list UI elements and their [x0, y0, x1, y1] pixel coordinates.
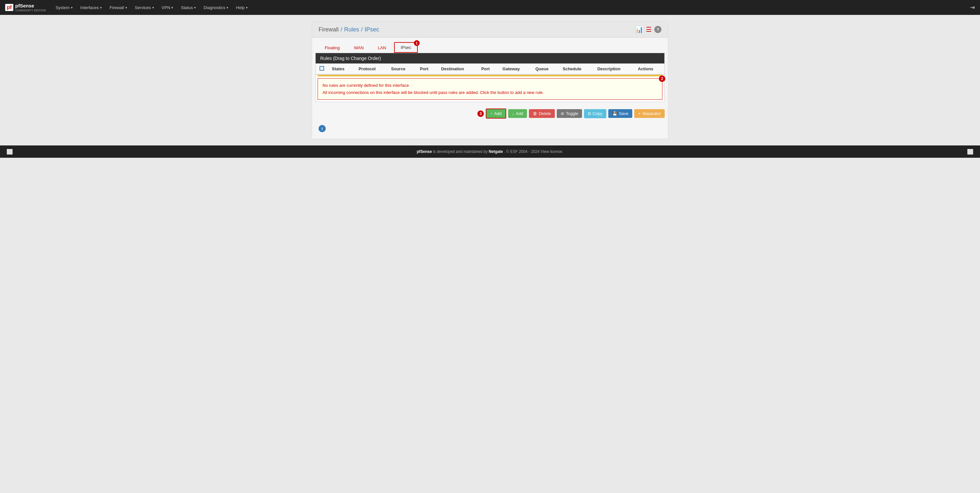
tab-lan[interactable]: LAN: [372, 43, 392, 53]
footer: ⬜ pfSense is developed and maintained by…: [0, 146, 980, 158]
col-checkbox[interactable]: [316, 63, 328, 75]
breadcrumb-sep2: /: [361, 26, 363, 33]
logout-icon[interactable]: ⇥: [970, 4, 975, 11]
delete-label: Delete: [539, 111, 551, 116]
table-title: Rules (Drag to Change Order): [320, 56, 381, 61]
footer-icon-right[interactable]: ⬜: [967, 149, 974, 155]
save-button[interactable]: 💾 Save: [608, 109, 633, 118]
brand: pf pfSense COMMUNITY EDITION: [5, 3, 46, 12]
tab-ipsec-badge: 1: [414, 40, 420, 46]
separator-button[interactable]: + Separator: [634, 109, 665, 118]
save-icon: 💾: [612, 111, 617, 116]
tab-lan-label: LAN: [378, 45, 386, 50]
alert-line1: No rules are currently defined for this …: [323, 82, 657, 96]
footer-netgate: Netgate: [489, 149, 503, 154]
add-up-icon: ↑: [490, 111, 493, 116]
brand-text-block: pfSense COMMUNITY EDITION: [15, 3, 46, 12]
col-source: Source: [387, 63, 416, 75]
caret-icon: ▾: [194, 6, 196, 10]
alert-badge: 2: [659, 76, 665, 82]
tab-ipsec-label: IPsec: [401, 45, 411, 50]
caret-icon: ▾: [226, 6, 228, 10]
alert-row: No rules are currently defined for this …: [316, 75, 664, 102]
list-icon[interactable]: ☰: [646, 25, 652, 33]
breadcrumb-rules[interactable]: Rules: [344, 26, 359, 33]
table-header: Rules (Drag to Change Order): [316, 53, 664, 63]
toggle-label: Toggle: [566, 111, 578, 116]
yellow-separator: [318, 75, 662, 76]
header-icons: 📊 ☰ ?: [635, 25, 662, 33]
brand-name: pfSense: [15, 3, 46, 9]
separator-label: Separator: [642, 111, 661, 116]
footer-text-after: . © ESF 2004 - 2024: [504, 149, 541, 154]
nav-item-firewall[interactable]: Firewall ▾: [106, 3, 130, 12]
add-bottom-label: Add: [515, 111, 523, 116]
breadcrumb: Firewall / Rules / IPsec: [318, 26, 379, 33]
copy-label: Copy: [592, 111, 602, 116]
nav-items: System ▾ Interfaces ▾ Firewall ▾ Service…: [52, 3, 970, 12]
nav-item-system[interactable]: System ▾: [52, 3, 75, 12]
col-description: Description: [593, 63, 634, 75]
col-actions: Actions: [634, 63, 664, 75]
col-queue: Queue: [531, 63, 559, 75]
footer-text-brand: pfSense: [417, 149, 432, 154]
col-gateway: Gateway: [499, 63, 531, 75]
page-header: Firewall / Rules / IPsec 📊 ☰ ?: [312, 22, 668, 38]
no-rules-alert: No rules are currently defined for this …: [318, 78, 662, 100]
tab-ipsec[interactable]: IPsec 1: [394, 42, 418, 53]
rules-table: States Protocol Source Port Destination …: [316, 63, 664, 102]
rules-table-section: Rules (Drag to Change Order) States Prot…: [315, 53, 665, 102]
footer-right-btn[interactable]: ⬜: [967, 149, 974, 154]
caret-icon: ▾: [126, 6, 127, 10]
footer-left-btn[interactable]: ⬜: [6, 149, 13, 154]
nav-item-services[interactable]: Services ▾: [132, 3, 157, 12]
footer-icon-left[interactable]: ⬜: [6, 149, 13, 155]
actions-badge: 3: [477, 111, 484, 117]
save-label: Save: [619, 111, 629, 116]
table-header-row: States Protocol Source Port Destination …: [316, 63, 664, 75]
add-down-icon: ↓: [512, 111, 514, 116]
toggle-icon: ⊘: [561, 111, 564, 116]
brand-sub: COMMUNITY EDITION: [15, 9, 46, 12]
chart-icon[interactable]: 📊: [635, 25, 643, 33]
delete-icon: 🗑: [533, 111, 537, 116]
help-icon[interactable]: ?: [654, 26, 662, 33]
nav-item-vpn[interactable]: VPN ▾: [159, 3, 177, 12]
caret-icon: ▾: [246, 6, 248, 10]
caret-icon: ▾: [172, 6, 173, 10]
caret-icon: ▾: [71, 6, 73, 10]
caret-icon: ▾: [100, 6, 102, 10]
add-top-button[interactable]: ↑ Add: [486, 108, 506, 119]
info-icon[interactable]: i: [318, 125, 326, 132]
col-destination: Destination: [437, 63, 477, 75]
tab-wan[interactable]: WAN: [348, 43, 370, 53]
nav-item-diagnostics[interactable]: Diagnostics ▾: [200, 3, 231, 12]
nav-item-status[interactable]: Status ▾: [178, 3, 199, 12]
copy-icon: ⧉: [588, 111, 591, 116]
caret-icon: ▾: [152, 6, 154, 10]
navbar: pf pfSense COMMUNITY EDITION System ▾ In…: [0, 0, 980, 15]
breadcrumb-ipsec: IPsec: [364, 26, 379, 33]
toggle-button[interactable]: ⊘ Toggle: [557, 109, 582, 118]
add-bottom-button[interactable]: ↓ Add: [508, 109, 527, 118]
content-wrapper: Firewall / Rules / IPsec 📊 ☰ ? Floating …: [312, 21, 668, 139]
tab-floating[interactable]: Floating: [318, 43, 346, 53]
col-port-src: Port: [416, 63, 437, 75]
col-port-dst: Port: [477, 63, 498, 75]
nav-item-help[interactable]: Help ▾: [233, 3, 251, 12]
actions-bar: 3 ↑ Add ↓ Add 🗑 Delete ⊘ Toggle ⧉ Copy 💾…: [312, 105, 668, 122]
nav-item-interfaces[interactable]: Interfaces ▾: [77, 3, 105, 12]
breadcrumb-firewall: Firewall: [318, 26, 339, 33]
separator-icon: +: [638, 111, 641, 116]
add-top-label: Add: [494, 111, 502, 116]
info-area: i: [312, 122, 668, 139]
footer-text-middle: is developed and maintained by: [433, 149, 489, 154]
copy-button[interactable]: ⧉ Copy: [584, 109, 606, 118]
delete-button[interactable]: 🗑 Delete: [529, 109, 555, 118]
col-states: States: [328, 63, 355, 75]
logo-icon: pf: [5, 4, 13, 11]
tab-wan-label: WAN: [354, 45, 364, 50]
col-schedule: Schedule: [559, 63, 593, 75]
select-all-checkbox[interactable]: [320, 66, 324, 71]
footer-license-link[interactable]: View license.: [541, 149, 563, 154]
